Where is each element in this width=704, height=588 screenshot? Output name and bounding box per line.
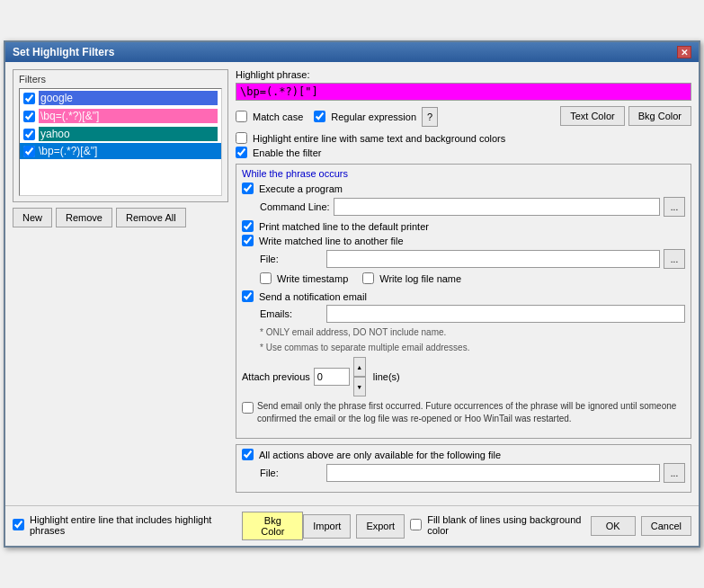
all-actions-file-browse[interactable]: ...	[664, 463, 685, 483]
filters-group-label: Filters	[19, 74, 222, 85]
dialog-footer: Highlight entire line that includes high…	[5, 505, 699, 546]
write-matched-row: Write matched line to another file	[242, 235, 685, 246]
timestamp-row: Write timestamp Write log file name	[260, 272, 685, 287]
dialog-body: Filters google \bq=(.*?)[&"] yahoo	[5, 62, 699, 505]
filter-item-bq[interactable]: \bq=(.*?)[&"]	[20, 107, 221, 125]
attach-previous-input[interactable]	[314, 368, 350, 386]
print-matched-label: Print matched line to the default printe…	[259, 221, 429, 232]
highlight-entire-line-checkbox[interactable]	[236, 132, 247, 144]
write-file-row: File: ...	[260, 249, 685, 269]
import-button[interactable]: Import	[303, 514, 351, 539]
print-matched-row: Print matched line to the default printe…	[242, 220, 685, 232]
while-group: While the phrase occurs Execute a progra…	[236, 164, 691, 439]
footer-highlight-row: Highlight entire line that includes high…	[13, 514, 236, 536]
while-title: While the phrase occurs	[242, 168, 685, 179]
footer-right: OK Cancel	[591, 516, 691, 536]
filter-bq-label: \bq=(.*?)[&"]	[39, 109, 218, 123]
filters-group: Filters google \bq=(.*?)[&"] yahoo	[13, 69, 228, 202]
emails-row: Emails:	[260, 305, 685, 323]
highlight-phrase-input[interactable]: \bp=(.*?)[&"]	[236, 83, 691, 101]
all-actions-label: All actions above are only available for…	[259, 450, 501, 460]
right-top: Highlight phrase: \bp=(.*?)[&"] Match ca…	[236, 69, 691, 158]
all-actions-file-label: File:	[260, 468, 323, 478]
text-color-button[interactable]: Text Color	[560, 106, 625, 126]
all-actions-checkbox[interactable]	[242, 449, 254, 460]
footer-highlight-label: Highlight entire line that includes high…	[30, 514, 236, 536]
filter-item-bp[interactable]: \bp=(.*?)[&"]	[20, 143, 221, 159]
filter-google-label: google	[39, 91, 218, 105]
command-line-input[interactable]	[334, 198, 660, 216]
print-matched-checkbox[interactable]	[242, 220, 254, 232]
filter-yahoo-label: yahoo	[39, 127, 218, 141]
write-matched-label: Write matched line to another file	[259, 236, 404, 246]
help-button[interactable]: ?	[422, 107, 438, 127]
all-actions-file-row: File: ...	[260, 463, 685, 483]
spinner-up[interactable]: ▲	[353, 357, 366, 377]
command-line-row: Command Line: ...	[260, 197, 685, 217]
write-timestamp-checkbox[interactable]	[260, 272, 272, 284]
filter-google-checkbox[interactable]	[23, 93, 35, 104]
enable-filter-label: Enable the filter	[253, 147, 321, 158]
send-notification-checkbox[interactable]	[242, 290, 254, 302]
command-line-browse[interactable]: ...	[664, 197, 685, 217]
cancel-button[interactable]: Cancel	[641, 516, 691, 536]
footer-highlight-checkbox[interactable]	[13, 519, 24, 530]
enable-filter-row: Enable the filter	[236, 147, 691, 158]
write-timestamp-row: Write timestamp	[260, 272, 348, 284]
right-panel: Highlight phrase: \bp=(.*?)[&"] Match ca…	[236, 69, 691, 498]
footer-center: Import Export Fill blank of lines using …	[303, 514, 591, 539]
dialog: Set Highlight Filters ✕ Filters google \…	[4, 40, 700, 548]
all-actions-file-input[interactable]	[326, 464, 660, 482]
send-notification-row: Send a notification email	[242, 290, 685, 302]
filter-item-yahoo[interactable]: yahoo	[20, 125, 221, 143]
execute-program-checkbox[interactable]	[242, 183, 254, 194]
filter-bp-checkbox[interactable]	[23, 146, 35, 157]
regex-checkbox[interactable]	[314, 111, 325, 122]
send-email-note-wrapper: Send email only the phrase first occurre…	[242, 400, 685, 429]
write-timestamp-label: Write timestamp	[277, 273, 348, 284]
filter-yahoo-checkbox[interactable]	[23, 129, 35, 140]
title-bar: Set Highlight Filters ✕	[5, 42, 699, 62]
ok-button[interactable]: OK	[591, 516, 636, 536]
spinner-buttons: ▲ ▼	[353, 357, 366, 396]
new-button[interactable]: New	[13, 208, 52, 227]
close-button[interactable]: ✕	[677, 46, 691, 58]
filter-list[interactable]: google \bq=(.*?)[&"] yahoo \bp=(.*?)[&"]	[19, 88, 222, 196]
command-line-label: Command Line:	[260, 201, 330, 212]
execute-program-label: Execute a program	[259, 183, 343, 194]
write-file-label: File:	[260, 254, 323, 264]
all-actions-section: All actions above are only available for…	[236, 444, 691, 493]
bkg-color-button[interactable]: Bkg Color	[628, 106, 691, 126]
remove-all-button[interactable]: Remove All	[116, 208, 186, 227]
footer-bkg-color-button[interactable]: Bkg Color	[242, 512, 303, 540]
filter-bq-checkbox[interactable]	[23, 111, 35, 122]
fill-blank-checkbox[interactable]	[410, 519, 422, 530]
emails-note1: * ONLY email address, DO NOT include nam…	[260, 326, 685, 339]
left-panel: Filters google \bq=(.*?)[&"] yahoo	[13, 69, 228, 498]
send-email-note: Send email only the phrase first occurre…	[257, 400, 685, 425]
emails-input[interactable]	[326, 305, 685, 323]
write-log-file-checkbox[interactable]	[362, 272, 374, 284]
send-email-once-checkbox[interactable]	[242, 402, 254, 414]
match-case-checkbox[interactable]	[236, 111, 247, 122]
fill-blank-label: Fill blank of lines using background col…	[427, 514, 591, 536]
regex-row: Regular expression ?	[314, 107, 438, 127]
write-file-browse[interactable]: ...	[664, 249, 685, 269]
highlight-entire-line-row: Highlight entire line with same text and…	[236, 132, 691, 144]
highlight-entire-line-label: Highlight entire line with same text and…	[253, 133, 505, 144]
attach-previous-label: Attach previous	[242, 371, 310, 382]
regex-label: Regular expression	[331, 111, 416, 122]
remove-button[interactable]: Remove	[56, 208, 112, 227]
write-file-input[interactable]	[326, 250, 660, 268]
write-matched-checkbox[interactable]	[242, 235, 254, 246]
left-buttons: New Remove Remove All	[13, 208, 228, 227]
filter-item-google[interactable]: google	[20, 89, 221, 107]
send-notification-label: Send a notification email	[259, 291, 367, 302]
match-case-label: Match case	[253, 111, 303, 122]
spinner-down[interactable]: ▼	[353, 377, 366, 396]
highlight-phrase-label: Highlight phrase:	[236, 69, 691, 80]
export-button[interactable]: Export	[356, 514, 405, 539]
emails-label: Emails:	[260, 308, 323, 319]
fill-blank-row: Fill blank of lines using background col…	[410, 514, 591, 536]
enable-filter-checkbox[interactable]	[236, 147, 247, 158]
